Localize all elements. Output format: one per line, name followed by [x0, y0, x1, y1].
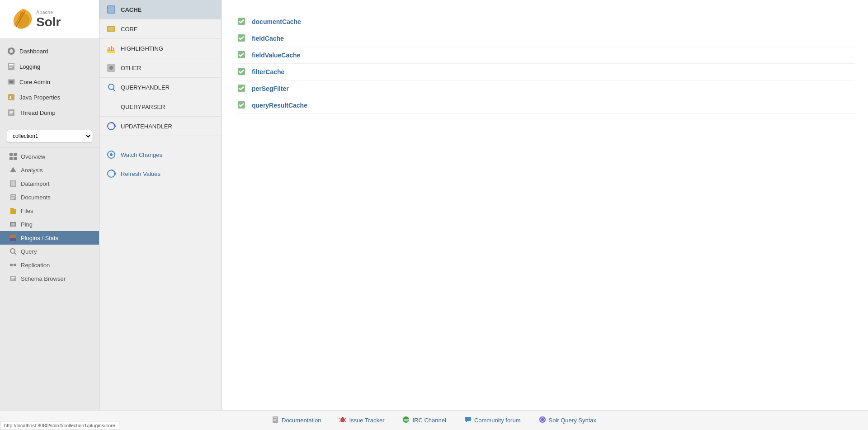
sidebar-item-thread-dump[interactable]: Thread Dump: [0, 105, 99, 120]
cache-list-item-documentCache: documentCache: [235, 14, 854, 30]
sidebar-item-analysis[interactable]: Analysis: [0, 163, 99, 177]
irc-channel-link[interactable]: IRC IRC Channel: [402, 416, 446, 425]
svg-rect-31: [13, 238, 16, 241]
sidebar-item-query[interactable]: Query: [0, 245, 99, 258]
middle-nav-cache[interactable]: CACHE: [99, 0, 221, 19]
svg-rect-4: [9, 66, 14, 66]
sidebar: Apache Solr Dashboard Logging: [0, 0, 99, 410]
cache-list-item-fieldValueCache: fieldValueCache: [235, 47, 854, 64]
cache-link[interactable]: queryResultCache: [252, 102, 307, 109]
middle-panel: CACHE CORE ab HIGHLIGHTING OTHER: [99, 0, 222, 410]
query-label: Query: [21, 248, 37, 255]
query-icon: [9, 247, 17, 255]
svg-rect-61: [273, 416, 278, 423]
middle-nav-updatehandler[interactable]: UPDATEHANDLER: [99, 117, 221, 136]
analysis-label: Analysis: [21, 167, 42, 174]
issue-tracker-label: Issue Tracker: [349, 417, 384, 424]
svg-line-48: [113, 89, 115, 91]
documentation-link[interactable]: Documentation: [272, 416, 321, 425]
svg-text:J: J: [9, 95, 11, 100]
highlighting-icon: ab: [106, 43, 116, 53]
collection-nav: Overview Analysis Dataimport: [0, 147, 99, 288]
svg-line-33: [14, 253, 16, 255]
sidebar-item-schema-browser[interactable]: Schema Browser: [0, 272, 99, 285]
svg-rect-43: [108, 27, 114, 31]
svg-point-46: [109, 66, 113, 70]
cache-link[interactable]: filterCache: [252, 68, 284, 76]
other-icon: [106, 63, 116, 73]
sidebar-item-documents[interactable]: Documents: [0, 190, 99, 204]
solr-query-syntax-link[interactable]: Solr Query Syntax: [539, 416, 597, 425]
updatehandler-icon: [106, 121, 116, 131]
schema-icon: [9, 274, 17, 283]
irc-icon: IRC: [402, 416, 410, 425]
community-forum-link[interactable]: Community forum: [464, 416, 521, 425]
sidebar-item-overview[interactable]: Overview: [0, 150, 99, 163]
svg-point-34: [10, 264, 13, 266]
highlighting-label: HIGHLIGHTING: [121, 45, 163, 52]
documents-icon: [9, 193, 17, 201]
svg-line-70: [345, 421, 346, 422]
status-bar: http://localhost:8080/solr/#/collection1…: [0, 421, 119, 430]
logo-area: Apache Solr: [0, 0, 99, 39]
svg-rect-15: [9, 153, 13, 156]
documents-label: Documents: [21, 194, 51, 201]
svg-line-67: [340, 418, 340, 419]
cache-link[interactable]: documentCache: [252, 18, 301, 25]
sidebar-item-replication[interactable]: Replication: [0, 258, 99, 272]
logo-apache-text: Apache: [36, 9, 61, 15]
cache-list-item-perSegFilter: perSegFilter: [235, 80, 854, 97]
dataimport-icon: [9, 180, 17, 188]
svg-marker-19: [10, 167, 16, 172]
collection-dropdown[interactable]: collection1: [7, 130, 92, 142]
middle-nav-highlighting[interactable]: ab HIGHLIGHTING: [99, 39, 221, 58]
cache-link[interactable]: fieldValueCache: [252, 52, 300, 59]
cache-link[interactable]: fieldCache: [252, 35, 284, 42]
middle-nav-other[interactable]: OTHER: [99, 58, 221, 78]
replication-label: Replication: [21, 262, 50, 269]
svg-rect-17: [9, 157, 13, 160]
sidebar-item-core-admin[interactable]: Core Admin: [0, 74, 99, 90]
thread-dump-icon: [7, 108, 16, 117]
svg-rect-5: [9, 67, 12, 68]
cache-list-item-filterCache: filterCache: [235, 64, 854, 80]
svg-point-32: [10, 249, 15, 253]
refresh-values-button[interactable]: Refresh Values: [99, 164, 221, 183]
main-content: documentCache fieldCache fieldValueCache: [222, 0, 868, 410]
svg-rect-2: [8, 63, 14, 70]
queryparser-label: QUERYPARSER: [121, 104, 165, 110]
svg-rect-27: [11, 223, 15, 226]
plugins-icon: [9, 234, 17, 242]
core-nav-icon: [106, 24, 116, 34]
logging-label: Logging: [19, 63, 40, 70]
sidebar-item-plugins-stats[interactable]: Plugins / Stats: [0, 231, 99, 245]
middle-nav-queryparser[interactable]: QUERYPARSER: [99, 97, 221, 117]
middle-nav-core[interactable]: CORE: [99, 19, 221, 39]
core-label: CORE: [121, 26, 138, 33]
svg-point-47: [108, 84, 114, 90]
svg-text:IRC: IRC: [404, 419, 409, 422]
svg-rect-38: [11, 277, 15, 278]
irc-channel-label: IRC Channel: [412, 417, 446, 424]
watch-icon: [106, 150, 116, 160]
check-icon: [237, 67, 246, 76]
sidebar-item-dataimport[interactable]: Dataimport: [0, 177, 99, 190]
issue-tracker-link[interactable]: Issue Tracker: [339, 416, 384, 425]
sidebar-item-files[interactable]: Files: [0, 204, 99, 217]
middle-nav-queryhandler[interactable]: QUERYHANDLER: [99, 78, 221, 97]
sidebar-item-dashboard[interactable]: Dashboard: [0, 43, 99, 59]
svg-rect-21: [11, 181, 15, 186]
queryhandler-label: QUERYHANDLER: [121, 84, 170, 91]
svg-rect-8: [9, 81, 13, 83]
svg-point-1: [9, 49, 13, 53]
dashboard-label: Dashboard: [19, 48, 48, 55]
svg-point-35: [14, 264, 16, 266]
sidebar-item-logging[interactable]: Logging: [0, 59, 99, 74]
cache-icon: [106, 5, 116, 14]
cache-link[interactable]: perSegFilter: [252, 85, 289, 92]
refresh-values-label: Refresh Values: [121, 170, 160, 177]
sidebar-item-java-properties[interactable]: J Java Properties: [0, 90, 99, 105]
sidebar-item-ping[interactable]: Ping: [0, 217, 99, 231]
other-label: OTHER: [121, 65, 142, 71]
watch-changes-button[interactable]: Watch Changes: [99, 145, 221, 164]
